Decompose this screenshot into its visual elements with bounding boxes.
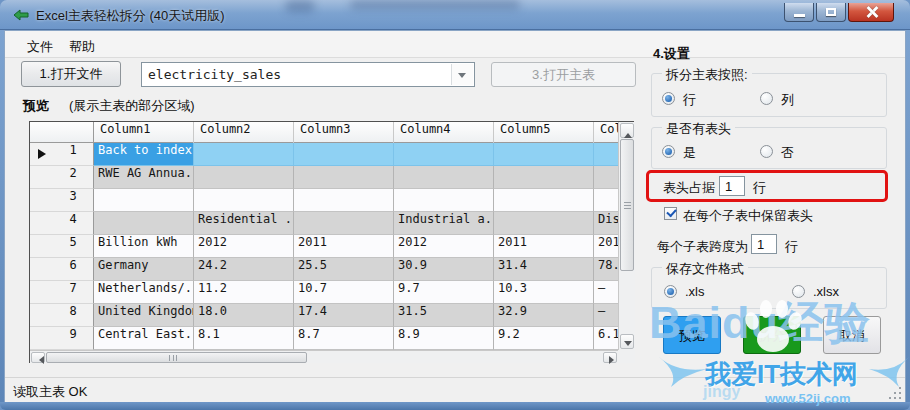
horizontal-scrollbar[interactable] [30,350,618,363]
table-row[interactable]: 1 Back to index [30,143,618,166]
radio-format-xlsx-label[interactable]: .xlsx [813,284,839,299]
scroll-left-button[interactable] [31,352,45,363]
menu-item-help[interactable]: 帮助 [63,36,101,58]
grid-cell[interactable]: 2012 [594,235,618,258]
grid-cell[interactable] [294,143,394,166]
radio-has-header-no-label[interactable]: 否 [781,144,794,162]
keep-header-label[interactable]: 在每个子表中保留表头 [683,207,813,225]
span-input[interactable] [751,234,777,254]
radio-has-header-no[interactable] [760,145,773,158]
grid-cell[interactable]: 2011 [294,235,394,258]
grid-cell[interactable]: 6.1 [594,327,618,350]
grid-cell[interactable]: 31.4 [494,258,594,281]
grid-cell[interactable]: 18.0 [194,304,294,327]
row-selector-cell[interactable]: 4 [30,212,94,235]
grid-cell[interactable] [394,189,494,212]
minimize-button[interactable] [784,3,814,22]
grid-cell[interactable] [594,143,618,166]
table-row[interactable]: 7 Netherlands/... 11.2 10.7 9.7 10.3 — [30,281,618,304]
column-header[interactable]: Column2 [194,122,294,143]
grid-cell[interactable]: 31.5 [394,304,494,327]
grid-cell[interactable] [494,189,594,212]
grid-cell[interactable] [94,212,194,235]
grid-cell[interactable]: — [594,304,618,327]
grid-cell[interactable]: Netherlands/... [94,281,194,304]
resize-grip[interactable] [889,387,901,399]
row-selector-cell[interactable]: 2 [30,166,94,189]
grid-cell[interactable]: 30.9 [394,258,494,281]
radio-split-by-row[interactable] [662,92,675,105]
grid-cell[interactable]: 8.1 [194,327,294,350]
grid-cell[interactable] [494,212,594,235]
table-row[interactable]: 6 Germany 24.2 25.5 30.9 31.4 78.4 [30,258,618,281]
grid-cell[interactable]: Back to index [94,143,194,166]
header-rows-input[interactable] [719,176,745,196]
radio-split-by-column[interactable] [760,92,773,105]
keep-header-checkbox[interactable] [664,207,677,220]
table-row[interactable]: 3 [30,189,618,212]
table-row[interactable]: 5 Billion kWh 2012 2011 2012 2011 2012 [30,235,618,258]
table-row[interactable]: 9 Central East... 8.1 8.7 8.9 9.2 6.1 [30,327,618,350]
grid-cell[interactable] [394,143,494,166]
table-row[interactable]: 8 United Kingdom 18.0 17.4 31.5 32.9 — [30,304,618,327]
row-selector-cell[interactable]: 9 [30,327,94,350]
menu-item-file[interactable]: 文件 [21,36,59,58]
grid-cell[interactable]: 2012 [194,235,294,258]
grid-cell[interactable]: 10.3 [494,281,594,304]
open-file-button[interactable]: 1.打开文件 [21,61,121,87]
radio-format-xls-label[interactable]: .xls [685,284,705,299]
grid-cell[interactable]: Billion kWh [94,235,194,258]
preview-button[interactable]: 预览 [663,316,721,354]
grid-cell[interactable] [294,189,394,212]
grid-cell[interactable]: Central East... [94,327,194,350]
grid-cell[interactable]: 10.7 [294,281,394,304]
grid-cell[interactable]: 17.4 [294,304,394,327]
grid-cell[interactable]: 24.2 [194,258,294,281]
grid-cell[interactable] [294,212,394,235]
grid-cell[interactable] [294,166,394,189]
grid-cell[interactable]: United Kingdom [94,304,194,327]
row-selector-cell[interactable]: 1 [30,143,94,166]
column-header[interactable]: Column3 [294,122,394,143]
row-selector-cell[interactable]: 7 [30,281,94,304]
scroll-up-button[interactable] [620,123,634,138]
row-selector-cell[interactable]: 5 [30,235,94,258]
grid-cell[interactable] [194,143,294,166]
table-row[interactable]: 2 RWE AG Annua... [30,166,618,189]
grid-cell[interactable]: 11.2 [194,281,294,304]
grid-cell[interactable]: 8.9 [394,327,494,350]
column-header[interactable]: Column5 [494,122,594,143]
horizontal-scrollbar-thumb[interactable] [46,352,307,363]
radio-format-xls[interactable] [664,285,677,298]
grid-cell[interactable]: 9.7 [394,281,494,304]
radio-has-header-yes-label[interactable]: 是 [683,144,696,162]
grid-cell[interactable]: RWE AG Annua... [94,166,194,189]
grid-cell[interactable]: — [594,281,618,304]
vertical-scrollbar-thumb[interactable] [620,139,634,271]
grid-cell[interactable]: Dist [594,212,618,235]
row-selector-cell[interactable]: 6 [30,258,94,281]
grid-cell[interactable]: 9.2 [494,327,594,350]
radio-split-by-row-label[interactable]: 行 [683,91,696,109]
scroll-down-button[interactable] [620,334,634,349]
open-master-button[interactable]: 3.打开主表 [491,62,636,87]
grid-cell[interactable] [394,166,494,189]
grid-cell[interactable] [494,143,594,166]
grid-cell[interactable]: 8.7 [294,327,394,350]
grid-cell[interactable]: 2011 [494,235,594,258]
grid-cell[interactable]: Industrial a... [394,212,494,235]
row-selector-cell[interactable]: 8 [30,304,94,327]
file-combobox[interactable]: electricity_sales [141,62,475,87]
column-header[interactable]: Column4 [394,122,494,143]
row-selector-cell[interactable]: 3 [30,189,94,212]
grid-cell[interactable]: 2012 [394,235,494,258]
grid-cell[interactable] [594,166,618,189]
column-header[interactable]: Col [594,122,618,143]
maximize-button[interactable] [816,3,846,22]
grid-cell[interactable] [494,166,594,189]
grid-cell[interactable] [594,189,618,212]
table-row[interactable]: 4 Residential ... Industrial a... Dist [30,212,618,235]
vertical-scrollbar[interactable] [618,122,635,350]
cancel-button[interactable]: 取消 [823,316,881,354]
scroll-right-button[interactable] [603,352,617,363]
